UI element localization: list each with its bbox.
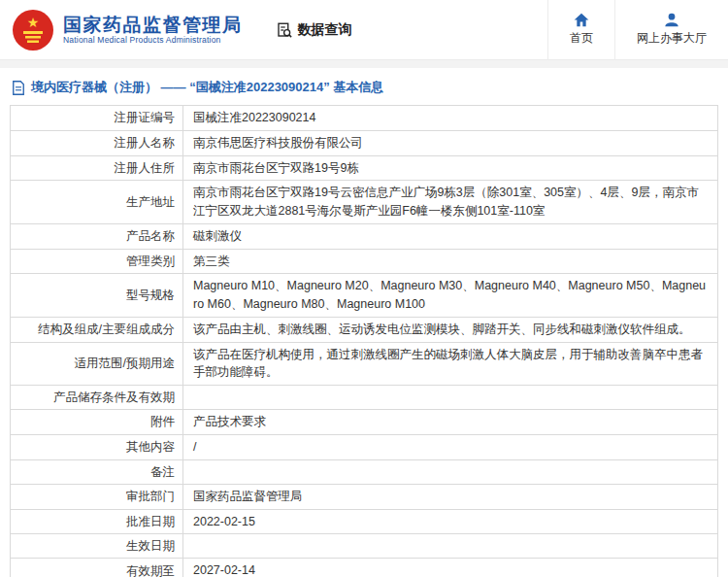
table-row: 结构及组成/主要组成成分 该产品由主机、刺激线圈、运动诱发电位监测模块、脚踏开关… (11, 318, 717, 343)
table-row: 批准日期 2022-02-15 (11, 510, 717, 535)
row-label: 注册人名称 (11, 131, 183, 155)
row-value: / (183, 435, 717, 459)
row-label: 注册人住所 (11, 156, 183, 181)
table-row: 有效期至 2027-02-14 (11, 559, 717, 577)
table-row: 适用范围/预期用途 该产品在医疗机构使用，通过刺激线圈产生的磁场刺激人体大脑皮层… (11, 343, 717, 387)
row-label: 管理类别 (11, 250, 183, 274)
person-icon (664, 13, 679, 27)
table-row: 审批部门 国家药品监督管理局 (11, 485, 717, 510)
table-row: 产品储存条件及有效期 (11, 386, 717, 410)
row-label: 产品名称 (11, 224, 183, 249)
row-label: 生效日期 (11, 534, 183, 558)
table-row: 注册人住所 南京市雨花台区宁双路19号9栋 (11, 156, 717, 182)
table-row: 型号规格 Magneuro M10、Magneuro M20、Magneuro … (11, 274, 717, 318)
table-row: 管理类别 第三类 (11, 250, 717, 275)
row-label: 注册证编号 (11, 106, 183, 130)
table-row: 生产地址 南京市雨花台区宁双路19号云密信息产业广场9栋3层（除301室、305… (11, 181, 717, 224)
table-row: 生效日期 (11, 534, 717, 559)
site-header: ★ 国家药品监督管理局 National Medical Products Ad… (0, 0, 728, 60)
row-value (183, 534, 717, 558)
data-query-label: 数据查询 (298, 21, 352, 39)
row-label: 有效期至 (11, 559, 183, 577)
row-value (183, 460, 717, 484)
agency-title-block: 国家药品监督管理局 National Medical Products Admi… (63, 15, 243, 46)
row-value (183, 386, 717, 409)
row-value: 南京市雨花台区宁双路19号云密信息产业广场9栋3层（除301室、305室）、4层… (183, 181, 717, 223)
row-label: 产品储存条件及有效期 (11, 386, 183, 409)
row-value: 国家药品监督管理局 (183, 485, 717, 509)
row-value: 磁刺激仪 (183, 224, 717, 249)
agency-name-en: National Medical Products Administration (63, 36, 243, 46)
header-divider-strip (0, 60, 728, 68)
row-label: 生产地址 (11, 181, 183, 223)
row-value: 南京市雨花台区宁双路19号9栋 (183, 156, 717, 181)
national-emblem-logo: ★ (12, 9, 54, 51)
row-label: 备注 (11, 460, 183, 484)
nav-hall-label: 网上办事大厅 (637, 30, 707, 47)
row-value: 2027-02-14 (183, 559, 717, 577)
agency-name-cn: 国家药品监督管理局 (63, 15, 243, 36)
row-value: 产品技术要求 (183, 410, 717, 434)
row-value: 国械注准20223090214 (183, 106, 717, 130)
breadcrumb: 境内医疗器械（注册） —— “国械注准20223090214” 基本信息 (0, 68, 728, 105)
nav-online-hall[interactable]: 网上办事大厅 (614, 0, 728, 60)
row-value: 南京伟思医疗科技股份有限公司 (183, 131, 717, 155)
table-row: 备注 (11, 460, 717, 485)
document-icon (12, 81, 25, 95)
table-row: 注册人名称 南京伟思医疗科技股份有限公司 (11, 131, 717, 156)
breadcrumb-text: 境内医疗器械（注册） —— “国械注准20223090214” 基本信息 (31, 79, 383, 96)
row-label: 附件 (11, 410, 183, 434)
row-label: 批准日期 (11, 510, 183, 534)
row-label: 适用范围/预期用途 (11, 343, 183, 386)
nav-home[interactable]: 首页 (547, 0, 614, 60)
row-label: 型号规格 (11, 274, 183, 317)
table-row: 注册证编号 国械注准20223090214 (11, 106, 717, 131)
table-row: 产品名称 磁刺激仪 (11, 224, 717, 250)
data-query-button[interactable]: 数据查询 (276, 21, 352, 39)
home-icon (574, 13, 589, 27)
row-label: 其他内容 (11, 435, 183, 459)
table-row: 其他内容 / (11, 435, 717, 460)
row-value: Magneuro M10、Magneuro M20、Magneuro M30、M… (183, 274, 717, 317)
row-value: 该产品由主机、刺激线圈、运动诱发电位监测模块、脚踏开关、同步线和磁刺激仪软件组成… (183, 318, 717, 342)
svg-text:★: ★ (27, 15, 40, 30)
row-value: 2022-02-15 (183, 510, 717, 534)
row-value: 该产品在医疗机构使用，通过刺激线圈产生的磁场刺激人体大脑皮层，用于辅助改善脑卒中… (183, 343, 717, 386)
info-table: 注册证编号 国械注准20223090214 注册人名称 南京伟思医疗科技股份有限… (10, 105, 718, 577)
table-row: 附件 产品技术要求 (11, 410, 717, 435)
row-label: 审批部门 (11, 485, 183, 509)
row-label: 结构及组成/主要组成成分 (11, 318, 183, 342)
nav-home-label: 首页 (570, 30, 593, 47)
row-value: 第三类 (183, 250, 717, 274)
doc-magnifier-icon (276, 21, 293, 39)
